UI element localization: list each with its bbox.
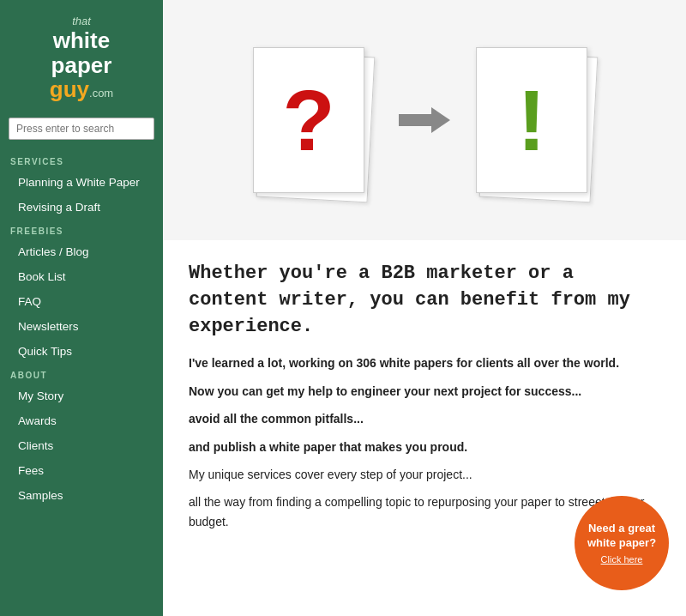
sidebar-item-newsletters[interactable]: Newsletters <box>0 314 163 339</box>
sidebar-item-faq[interactable]: FAQ <box>0 289 163 314</box>
search-input[interactable] <box>9 118 154 140</box>
logo-that: that <box>72 15 91 27</box>
exclamation-mark-icon: ! <box>517 77 545 163</box>
paper-front-right: ! <box>476 47 587 193</box>
exclamation-paper-stack: ! <box>476 47 596 202</box>
paper-front-left: ? <box>253 47 364 193</box>
hero-area: ? ! <box>163 0 686 240</box>
para2: Now you can get my help to engineer your… <box>189 382 660 401</box>
cta-main-text: Need a great white paper? <box>583 522 660 551</box>
services-label: SERVICES <box>0 150 163 170</box>
sidebar-item-clients[interactable]: Clients <box>0 433 163 458</box>
logo-com: .com <box>89 87 113 100</box>
sidebar-item-awards[interactable]: Awards <box>0 408 163 433</box>
question-mark-icon: ? <box>282 77 334 163</box>
main-content: ? ! Whether you're a B2B marketer or a c… <box>163 0 686 616</box>
sidebar-item-booklist[interactable]: Book List <box>0 264 163 289</box>
sidebar-item-fees[interactable]: Fees <box>0 458 163 483</box>
para5: My unique services cover every step of y… <box>189 465 660 484</box>
about-label: ABOUT <box>0 364 163 383</box>
arrow-head <box>431 107 450 133</box>
sidebar-item-quicktips[interactable]: Quick Tips <box>0 339 163 364</box>
sidebar-item-revising[interactable]: Revising a Draft <box>0 195 163 220</box>
sidebar-item-articles[interactable]: Articles / Blog <box>0 239 163 264</box>
cta-sub-text: Click here <box>601 554 643 565</box>
para4: and publish a white paper that makes you… <box>189 438 660 456</box>
arrow-icon <box>399 107 450 133</box>
logo-area: that white paper guy.com <box>0 0 163 111</box>
para1: I've learned a lot, working on 306 white… <box>189 353 660 372</box>
logo-paper: paper <box>51 52 112 78</box>
search-box[interactable] <box>9 118 154 140</box>
sidebar-item-samples[interactable]: Samples <box>0 483 163 508</box>
cta-button[interactable]: Need a great white paper? Click here <box>575 496 669 590</box>
sidebar-item-mystory[interactable]: My Story <box>0 383 163 408</box>
para3: avoid all the common pitfalls... <box>189 409 660 428</box>
headline: Whether you're a B2B marketer or a conte… <box>189 261 660 340</box>
logo-guy: guy <box>50 76 89 102</box>
arrow-container <box>399 107 450 142</box>
sidebar-item-planning[interactable]: Planning a White Paper <box>0 170 163 195</box>
logo-white: white <box>53 27 110 53</box>
freebies-label: FREEBIES <box>0 220 163 239</box>
sidebar: that white paper guy.com SERVICES Planni… <box>0 0 163 616</box>
question-paper-stack: ? <box>253 47 373 202</box>
